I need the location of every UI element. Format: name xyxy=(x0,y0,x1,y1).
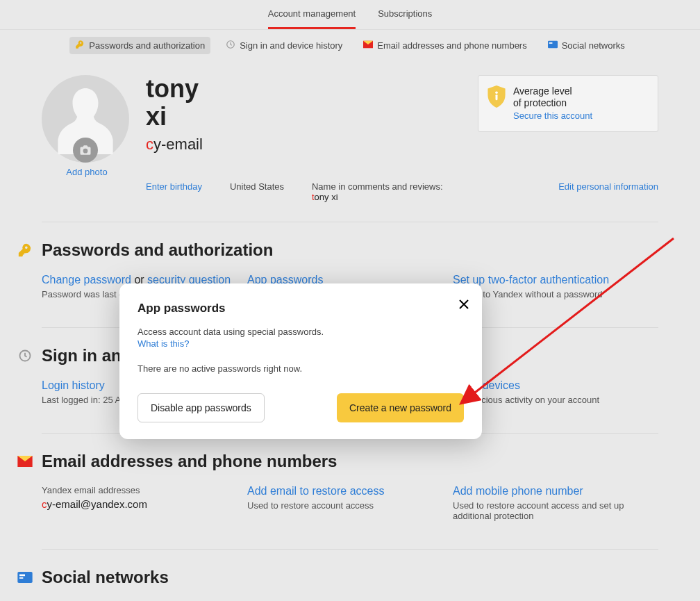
col-all-devices: on all devices e suspicious activity on … xyxy=(453,379,658,405)
close-icon xyxy=(458,299,469,310)
profile-identity: tony xi cy-email xyxy=(146,75,203,177)
camera-icon xyxy=(73,138,98,163)
protection-line2: of protection xyxy=(513,97,648,109)
card-icon xyxy=(548,40,558,51)
avatar-wrap: Add photo xyxy=(42,75,132,177)
section-social-title: Social networks xyxy=(42,568,169,587)
section-email-title: Email addresses and phone numbers xyxy=(42,452,337,471)
login-history-link[interactable]: Login history xyxy=(42,379,105,391)
subnav-email-label: Email addresses and phone numbers xyxy=(377,40,526,51)
add-email-link[interactable]: Add email to restore access xyxy=(247,485,384,497)
disable-app-passwords-button[interactable]: Disable app passwords xyxy=(138,393,265,422)
nav-subscriptions[interactable]: Subscriptions xyxy=(378,8,432,29)
section-passwords-heading: Passwords and authorization xyxy=(17,240,658,260)
svg-rect-8 xyxy=(19,577,23,579)
main-container: Add photo tony xi cy-email Average level… xyxy=(0,61,700,594)
svg-point-3 xyxy=(495,91,498,94)
svg-rect-7 xyxy=(19,575,25,577)
sub-nav: Passwords and authorization Sign in and … xyxy=(0,30,700,61)
top-nav: Account management Subscriptions xyxy=(0,0,700,30)
subnav-passwords-label: Passwords and authorization xyxy=(89,40,205,51)
profile-first-name: tony xyxy=(146,75,203,103)
section-passwords-title: Passwords and authorization xyxy=(42,240,273,260)
shield-icon xyxy=(487,85,506,108)
modal-desc: Access account data using special passwo… xyxy=(138,327,464,337)
app-passwords-modal: App passwords Access account data using … xyxy=(119,283,482,439)
protection-line1: Average level xyxy=(513,85,648,97)
section-email: Email addresses and phone numbers Yandex… xyxy=(42,433,658,549)
email-rest: y-email@yandex.com xyxy=(47,498,147,510)
add-photo-link[interactable]: Add photo xyxy=(42,167,132,177)
nav-account-management[interactable]: Account management xyxy=(268,8,356,29)
subnav-passwords[interactable]: Passwords and authorization xyxy=(69,37,210,54)
subnav-signin[interactable]: Sign in and device history xyxy=(220,37,348,54)
key-icon xyxy=(17,242,33,258)
change-password-link[interactable]: Change password xyxy=(42,274,131,286)
avatar[interactable] xyxy=(42,75,129,163)
modal-title: App passwords xyxy=(138,302,464,315)
col-add-mobile: Add mobile phone number Used to restore … xyxy=(453,485,658,521)
profile-last-name: xi xyxy=(146,103,203,131)
add-email-desc: Used to restore account access xyxy=(247,500,439,511)
svg-rect-4 xyxy=(496,94,498,100)
key-icon xyxy=(75,40,85,51)
email-first-char: c xyxy=(42,498,47,510)
subnav-email[interactable]: Email addresses and phone numbers xyxy=(358,37,532,54)
yandex-email-value: cy-email@yandex.com xyxy=(42,498,233,510)
svg-rect-1 xyxy=(548,41,558,49)
section-email-heading: Email addresses and phone numbers xyxy=(17,452,658,471)
profile-login: cy-email xyxy=(146,135,203,154)
create-new-password-button[interactable]: Create a new password xyxy=(337,393,464,422)
svg-rect-2 xyxy=(549,42,552,44)
col-twofa: Set up two-factor authentication Sign in… xyxy=(453,274,658,299)
clock-icon xyxy=(226,40,235,51)
protection-card: Average level of protection Secure this … xyxy=(478,75,658,132)
add-mobile-link[interactable]: Add mobile phone number xyxy=(453,485,583,497)
section-social: Social networks xyxy=(42,549,658,594)
mail-icon xyxy=(17,456,33,467)
card-icon xyxy=(17,572,33,583)
section-social-heading: Social networks xyxy=(17,568,658,587)
subnav-signin-label: Sign in and device history xyxy=(240,40,342,51)
secure-account-link[interactable]: Secure this account xyxy=(513,110,592,121)
mail-icon xyxy=(363,40,373,51)
login-first-char: c xyxy=(146,135,153,153)
subnav-social-label: Social networks xyxy=(562,40,625,51)
what-is-this-link[interactable]: What is this? xyxy=(138,338,189,349)
clock-icon xyxy=(17,349,33,363)
subnav-social[interactable]: Social networks xyxy=(542,37,631,54)
col-yandex-email: Yandex email addresses cy-email@yandex.c… xyxy=(42,485,247,521)
login-rest: y-email xyxy=(153,135,203,153)
yandex-email-label: Yandex email addresses xyxy=(42,485,233,495)
col-add-email: Add email to restore access Used to rest… xyxy=(247,485,453,521)
add-mobile-desc: Used to restore account access and set u… xyxy=(453,500,644,521)
modal-status: There are no active passwords right now. xyxy=(138,363,464,374)
close-button[interactable] xyxy=(458,297,469,313)
profile-block: Add photo tony xi cy-email Average level… xyxy=(42,61,658,198)
